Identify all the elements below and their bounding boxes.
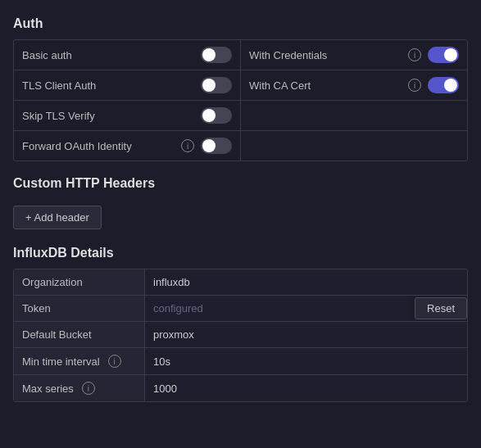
min-time-interval-info-icon[interactable]: i	[108, 355, 121, 368]
min-time-interval-value	[145, 348, 467, 374]
max-series-value	[145, 375, 467, 401]
auth-cell-forward-oauth-right	[241, 131, 467, 161]
forward-oauth-toggle-track	[201, 138, 232, 154]
with-ca-cert-toggle-thumb	[444, 79, 457, 92]
token-row: Token	[14, 296, 408, 321]
skip-tls-verify-toggle-thumb	[202, 109, 216, 122]
forward-oauth-toggle[interactable]	[201, 138, 232, 154]
default-bucket-input[interactable]	[153, 328, 459, 341]
with-ca-cert-label: With CA Cert	[249, 79, 403, 92]
with-credentials-label: With Credentials	[249, 49, 403, 61]
reset-button[interactable]: Reset	[415, 297, 467, 319]
skip-tls-verify-label: Skip TLS Verify	[22, 110, 201, 122]
with-ca-cert-info-icon[interactable]: i	[408, 79, 421, 92]
default-bucket-value	[145, 322, 467, 347]
influxdb-details-table: Organization Token Reset Default Bucket	[13, 269, 468, 402]
token-label: Token	[14, 296, 145, 321]
basic-auth-toggle[interactable]	[201, 47, 232, 63]
auth-cell-with-ca-cert: With CA Cert i	[241, 70, 467, 100]
min-time-interval-input[interactable]	[153, 355, 459, 368]
influxdb-title: InfluxDB Details	[13, 246, 468, 260]
max-series-label: Max series i	[14, 375, 145, 401]
skip-tls-verify-toggle[interactable]	[201, 107, 232, 124]
tls-client-auth-toggle[interactable]	[201, 77, 232, 93]
with-ca-cert-toggle-track	[428, 77, 459, 93]
tls-client-auth-toggle-thumb	[202, 79, 216, 92]
forward-oauth-label: Forward OAuth Identity	[22, 140, 176, 152]
auth-row-3: Skip TLS Verify	[14, 101, 467, 131]
organization-row: Organization	[14, 269, 467, 296]
skip-tls-verify-toggle-track	[201, 107, 232, 124]
auth-cell-tls-client: TLS Client Auth	[14, 70, 241, 100]
default-bucket-row: Default Bucket	[14, 322, 467, 348]
max-series-row: Max series i	[14, 375, 467, 401]
auth-cell-with-credentials: With Credentials i	[241, 40, 467, 70]
basic-auth-toggle-thumb	[202, 48, 216, 61]
forward-oauth-toggle-thumb	[202, 139, 216, 152]
auth-grid: Basic auth With Credentials i	[13, 39, 468, 161]
tls-client-auth-label: TLS Client Auth	[22, 79, 201, 92]
influxdb-section: InfluxDB Details Organization Token Rese…	[13, 246, 468, 402]
forward-oauth-info-icon[interactable]: i	[181, 139, 194, 152]
organization-input[interactable]	[153, 276, 459, 288]
with-credentials-toggle-track	[428, 47, 459, 63]
min-time-interval-row: Min time interval i	[14, 348, 467, 375]
with-credentials-toggle[interactable]	[428, 47, 459, 63]
auth-row-2: TLS Client Auth With CA Cert i	[14, 70, 467, 101]
auth-cell-skip-tls-right	[241, 101, 467, 130]
auth-cell-skip-tls: Skip TLS Verify	[14, 101, 241, 130]
max-series-info-icon[interactable]: i	[82, 382, 95, 395]
custom-headers-title: Custom HTTP Headers	[13, 176, 468, 191]
min-time-interval-label: Min time interval i	[14, 348, 145, 374]
add-header-button[interactable]: + Add header	[13, 206, 102, 229]
auth-cell-basic-auth: Basic auth	[14, 40, 241, 70]
with-credentials-toggle-thumb	[444, 48, 457, 61]
token-row-wrapper: Token Reset	[14, 296, 467, 322]
auth-section: Auth Basic auth With Credentials i	[13, 16, 468, 161]
default-bucket-label: Default Bucket	[14, 322, 145, 347]
organization-value	[145, 269, 467, 295]
auth-cell-forward-oauth: Forward OAuth Identity i	[14, 131, 241, 161]
tls-client-auth-toggle-track	[201, 77, 232, 93]
auth-title: Auth	[13, 16, 468, 31]
organization-label: Organization	[14, 269, 145, 295]
max-series-input[interactable]	[153, 382, 459, 395]
token-value	[145, 296, 408, 321]
with-credentials-info-icon[interactable]: i	[408, 48, 421, 61]
auth-row-4: Forward OAuth Identity i	[14, 131, 467, 161]
token-input[interactable]	[153, 302, 400, 315]
with-ca-cert-toggle[interactable]	[428, 77, 459, 93]
basic-auth-label: Basic auth	[22, 49, 201, 61]
auth-row-1: Basic auth With Credentials i	[14, 40, 467, 70]
custom-headers-section: Custom HTTP Headers + Add header	[13, 176, 468, 229]
basic-auth-toggle-track	[201, 47, 232, 63]
